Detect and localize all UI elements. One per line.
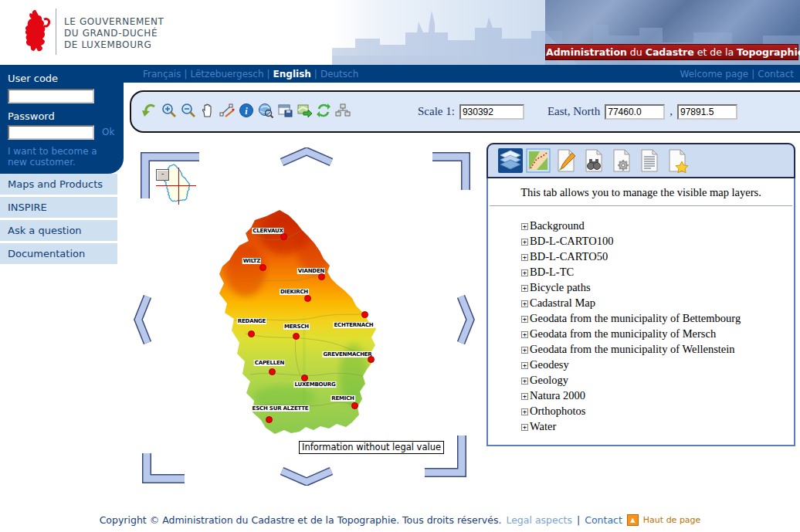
separator: | [751,69,754,80]
layer-label[interactable]: Natura 2000 [530,389,585,402]
expand-icon[interactable]: + [521,223,528,230]
language-link-franais[interactable]: Français [143,69,181,80]
expand-icon[interactable]: + [521,393,528,400]
city-dot [259,264,266,271]
pan-right-button[interactable] [456,293,476,346]
sidebar-item-maps-and-products[interactable]: Maps and Products [0,174,117,195]
layer-item[interactable]: +Geodata from the municipality of Wellen… [521,341,794,357]
layer-label[interactable]: Geodata from the municipality of Wellens… [530,343,735,355]
sidebar-item-documentation[interactable]: Documentation [0,243,117,264]
layer-item[interactable]: +BD-L-CARTO50 [521,249,794,264]
layer-item[interactable]: +Orthophotos [521,403,794,418]
legend-icon[interactable] [335,103,351,118]
layer-item[interactable]: +Geodata from the municipality of Mersch [521,326,794,341]
expand-icon[interactable]: + [521,316,528,323]
expand-icon[interactable]: + [521,331,528,338]
north-input[interactable] [677,104,737,120]
layers-tab[interactable] [498,148,523,173]
copyright-text: Copyright © Administration du Cadastre e… [100,514,502,526]
expand-icon[interactable]: + [521,408,528,415]
layer-item[interactable]: +BD-L-CARTO100 [521,233,794,249]
expand-icon[interactable]: + [521,347,528,354]
layer-label[interactable]: BD-L-TC [530,266,574,278]
layer-item[interactable]: +Water [521,418,794,434]
settings-tab[interactable] [609,148,634,173]
zoom-in-icon[interactable] [161,103,177,118]
panel-tab-strip [486,143,795,178]
layer-label[interactable]: Cadastral Map [530,296,595,309]
sidebar-item-ask-a-question[interactable]: Ask a question [0,220,117,241]
top-navbar: Français|Lëtzebuergesch|English|Deutsch … [124,65,800,83]
layer-label[interactable]: Geodata from the municipality of Bettemb… [530,312,741,324]
map-viewport[interactable]: - CLERVAUXWILTZVIANDENDIEKIRCHREDANGEMER… [130,143,479,494]
layer-label[interactable]: Orthophotos [530,405,586,417]
new-customer-link[interactable]: I want to become a new customer. [8,146,102,168]
east-input[interactable] [605,104,665,120]
layer-label[interactable]: Bicycle paths [530,281,591,293]
map-tab[interactable] [526,148,551,173]
draw-tab[interactable] [554,148,578,173]
back-icon[interactable] [142,103,158,118]
layer-label[interactable]: Geodata from the municipality of Mersch [530,327,716,340]
sidebar-item-inspire[interactable]: INSPIRE [0,197,117,218]
layer-item[interactable]: +BD-L-TC [521,264,794,280]
refresh-icon[interactable] [316,103,331,118]
zoom-full-icon[interactable] [258,103,273,118]
layer-item[interactable]: +Natura 2000 [521,388,794,403]
user-code-input[interactable] [8,89,94,103]
map-toolbar: i Scale 1: East, North , [130,90,800,133]
layer-label[interactable]: Water [530,420,556,432]
expand-icon[interactable]: + [521,269,528,276]
layer-item[interactable]: +Geology [521,372,794,388]
back-to-top-link[interactable]: Haut de page [643,515,701,525]
layer-item[interactable]: +Cadastral Map [521,295,794,310]
report-tab[interactable] [637,148,662,173]
info-icon[interactable]: i [239,103,254,118]
pan-up-button[interactable] [279,147,334,166]
expand-icon[interactable]: + [521,378,528,385]
layer-label[interactable]: Background [530,219,585,232]
favorites-tab[interactable] [665,148,690,173]
nav-link-welcome-page[interactable]: Welcome page [680,69,749,80]
pan-icon[interactable] [200,103,215,118]
overview-crosshair-horizontal [156,185,196,186]
layer-label[interactable]: Geology [530,374,568,386]
save-icon[interactable] [277,103,293,118]
export-icon[interactable] [297,103,312,118]
site-title-part: Administration [546,46,627,58]
panel-description: This tab allows you to manage the visibl… [488,178,794,205]
measure-icon[interactable] [219,103,235,118]
language-link-ltzebuergesch[interactable]: Lëtzebuergesch [191,69,264,80]
expand-icon[interactable]: + [521,285,528,292]
language-link-deutsch[interactable]: Deutsch [320,69,358,80]
map-disclaimer: Information without legal value [299,441,444,454]
pan-left-button[interactable] [133,293,153,346]
city-label: MERSCH [283,324,310,330]
layer-label[interactable]: Geodesy [530,358,569,371]
expand-icon[interactable]: + [521,254,528,261]
back-to-top-icon[interactable]: ▲ [627,514,639,526]
layer-item[interactable]: +Bicycle paths [521,280,794,295]
search-tab[interactable] [581,148,606,173]
layer-item[interactable]: +Background [521,218,794,233]
expand-icon[interactable]: + [521,424,528,431]
site-title-part: du [627,46,646,58]
footer-contact-link[interactable]: Contact [585,514,622,526]
scale-input[interactable] [459,104,524,120]
expand-icon[interactable]: + [521,300,528,307]
layer-item[interactable]: +Geodesy [521,357,794,372]
expand-icon[interactable]: + [521,239,528,246]
layer-item[interactable]: +Geodata from the municipality of Bettem… [521,310,794,326]
layer-label[interactable]: BD-L-CARTO50 [530,250,608,263]
nav-link-contact[interactable]: Contact [758,69,794,80]
password-input[interactable] [8,125,94,140]
language-link-english[interactable]: English [273,69,311,80]
site-title-part: Topographie [737,46,800,58]
overview-minimize-button[interactable]: - [156,169,169,181]
zoom-out-icon[interactable] [181,103,196,118]
ok-button[interactable]: Ok [102,127,114,137]
pan-down-button[interactable] [279,467,334,486]
layer-label[interactable]: BD-L-CARTO100 [530,235,613,247]
expand-icon[interactable]: + [521,362,528,369]
legal-aspects-link[interactable]: Legal aspects [506,514,572,526]
